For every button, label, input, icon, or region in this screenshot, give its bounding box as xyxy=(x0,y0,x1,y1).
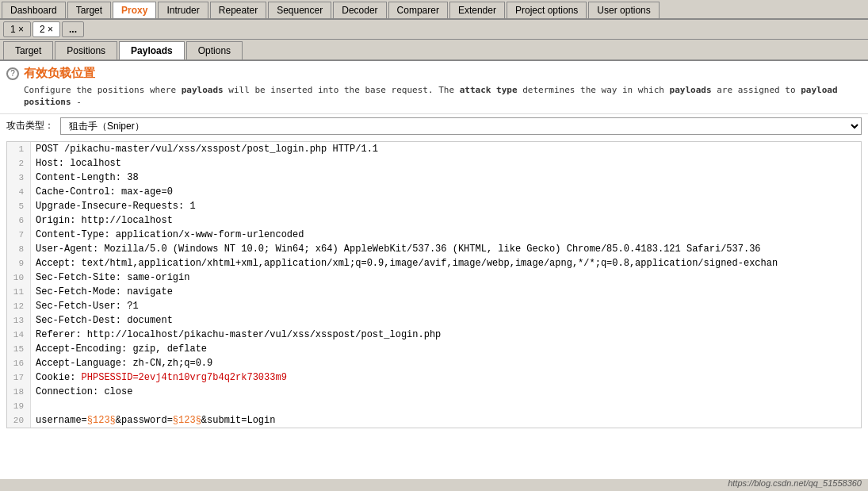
line-19: 19 xyxy=(7,399,861,413)
sub-tab-1[interactable]: 1 × xyxy=(3,21,31,37)
line-17: 17 Cookie: PHPSESSID=2evj4tn10vrg7b4q2rk… xyxy=(7,370,861,385)
line-6: 6 Origin: http://localhost xyxy=(7,213,861,228)
line-3: 3 Content-Length: 38 xyxy=(7,171,861,185)
sub-tab-2[interactable]: 2 × xyxy=(33,21,60,37)
tab-project-options[interactable]: Project options xyxy=(507,2,587,18)
line-8: 8 User-Agent: Mozilla/5.0 (Windows NT 10… xyxy=(7,242,861,256)
line-5: 5 Upgrade-Insecure-Requests: 1 xyxy=(7,199,861,213)
line-12: 12 Sec-Fetch-User: ?1 xyxy=(7,299,861,313)
tab-user-options[interactable]: User options xyxy=(588,2,659,18)
request-editor: 1 POST /pikachu-master/vul/xss/xsspost/p… xyxy=(6,141,862,428)
section-title: 有效负载位置 xyxy=(24,66,95,81)
help-icon[interactable]: ? xyxy=(6,67,19,80)
intruder-tabs: Target Positions Payloads Options xyxy=(0,40,868,61)
tab-payloads-inner[interactable]: Payloads xyxy=(119,41,185,59)
attack-type-row: 攻击类型： 狙击手（Sniper） xyxy=(0,113,868,138)
description-text: Configure the positions where payloads w… xyxy=(0,84,868,113)
tab-target-inner[interactable]: Target xyxy=(3,41,53,59)
main-content: ? 有效负载位置 Configure the positions where p… xyxy=(0,61,868,479)
line-4: 4 Cache-Control: max-age=0 xyxy=(7,185,861,199)
tab-decoder[interactable]: Decoder xyxy=(333,2,386,18)
tab-proxy[interactable]: Proxy xyxy=(113,2,156,18)
tab-repeater[interactable]: Repeater xyxy=(210,2,266,18)
sub-tab-more[interactable]: ... xyxy=(62,21,84,37)
line-7: 7 Content-Type: application/x-www-form-u… xyxy=(7,228,861,242)
watermark: https://blog.csdn.net/qq_51558360 xyxy=(728,478,862,479)
line-13: 13 Sec-Fetch-Dest: document xyxy=(7,313,861,328)
tab-comparer[interactable]: Comparer xyxy=(388,2,448,18)
line-14: 14 Referer: http://localhost/pikachu-mas… xyxy=(7,328,861,342)
line-18: 18 Connection: close xyxy=(7,385,861,399)
tab-sequencer[interactable]: Sequencer xyxy=(268,2,331,18)
top-navigation: Dashboard Target Proxy Intruder Repeater… xyxy=(0,0,868,20)
tab-dashboard[interactable]: Dashboard xyxy=(2,2,66,18)
line-11: 11 Sec-Fetch-Mode: navigate xyxy=(7,285,861,299)
section-header: ? 有效负载位置 xyxy=(0,61,868,84)
attack-type-select[interactable]: 狙击手（Sniper） xyxy=(60,117,862,135)
attack-type-label: 攻击类型： xyxy=(6,119,54,132)
line-16: 16 Accept-Language: zh-CN,zh;q=0.9 xyxy=(7,356,861,370)
tab-intruder[interactable]: Intruder xyxy=(158,2,208,18)
line-2: 2 Host: localhost xyxy=(7,156,861,171)
tab-target[interactable]: Target xyxy=(67,2,111,18)
tab-options-inner[interactable]: Options xyxy=(186,41,243,59)
line-15: 15 Accept-Encoding: gzip, deflate xyxy=(7,342,861,356)
line-9: 9 Accept: text/html,application/xhtml+xm… xyxy=(7,256,861,270)
line-20: 20 username=§123§&password=§123§&submit=… xyxy=(7,413,861,428)
tab-positions-inner[interactable]: Positions xyxy=(55,41,117,59)
line-10: 10 Sec-Fetch-Site: same-origin xyxy=(7,270,861,285)
line-1: 1 POST /pikachu-master/vul/xss/xsspost/p… xyxy=(7,142,861,156)
sub-tabs-row: 1 × 2 × ... xyxy=(0,20,868,40)
tab-extender[interactable]: Extender xyxy=(449,2,505,18)
